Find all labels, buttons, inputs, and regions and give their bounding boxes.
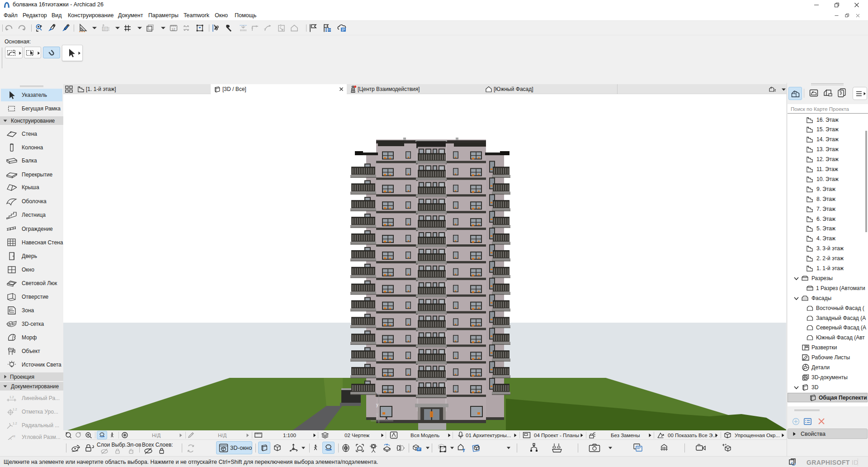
- svg-text:1.2: 1.2: [9, 396, 14, 399]
- svg-text:y: y: [376, 412, 378, 417]
- svg-text:α: α: [13, 434, 15, 438]
- svg-text:XY: XY: [103, 28, 107, 31]
- svg-text:12: 12: [172, 28, 175, 31]
- svg-text:1.2: 1.2: [13, 422, 17, 425]
- svg-text:x: x: [385, 415, 388, 420]
- svg-text:y: y: [376, 402, 378, 407]
- svg-text:1.2: 1.2: [13, 408, 17, 411]
- svg-text:z: z: [375, 392, 377, 397]
